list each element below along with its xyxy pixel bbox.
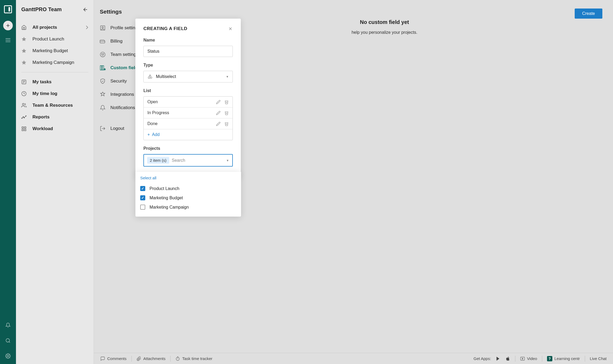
bell-icon[interactable] xyxy=(5,322,11,328)
attachments-button[interactable]: Attachments xyxy=(136,356,165,361)
svg-rect-24 xyxy=(101,26,105,30)
google-play-icon[interactable] xyxy=(496,356,501,361)
add-list-item-button[interactable]: + Add xyxy=(144,129,233,140)
search-icon[interactable] xyxy=(5,338,11,343)
svg-rect-30 xyxy=(100,66,102,70)
sidebar-workload[interactable]: Workload xyxy=(21,123,88,135)
checkbox-checked-icon[interactable] xyxy=(140,186,145,191)
comments-button[interactable]: Comments xyxy=(100,356,127,361)
chevron-right-icon xyxy=(86,25,88,30)
settings-item-label: Notifications xyxy=(110,105,135,110)
live-chat-label: Live Chat xyxy=(590,356,607,361)
task-time-tracker-label: Task time tracker xyxy=(182,356,212,361)
close-icon[interactable] xyxy=(228,26,233,31)
list-item-label: In Progress xyxy=(147,110,169,115)
settings-title: Settings xyxy=(100,9,156,15)
sidebar: GanttPRO Team All projects Product Launc… xyxy=(16,0,94,364)
get-apps-label: Get Apps: xyxy=(474,356,491,361)
sidebar-item-label: My time log xyxy=(32,91,57,96)
svg-point-17 xyxy=(23,117,24,117)
svg-rect-31 xyxy=(102,66,104,70)
svg-point-40 xyxy=(150,77,152,78)
sidebar-all-projects[interactable]: All projects xyxy=(21,22,88,33)
comments-label: Comments xyxy=(107,356,127,361)
svg-rect-20 xyxy=(22,127,24,129)
team-name: GanttPRO Team xyxy=(21,6,62,13)
svg-marker-9 xyxy=(22,60,26,65)
list-item: In Progress xyxy=(144,107,233,118)
bottom-bar: Comments Attachments Task time tracker G… xyxy=(94,353,613,364)
create-field-modal: CREATING A FIELD Name Type Multiselect ▼… xyxy=(135,19,241,176)
dropdown-option[interactable]: Marketing Campaign xyxy=(140,202,236,212)
list-item-label: Done xyxy=(147,121,158,126)
plus-icon: + xyxy=(147,132,150,137)
learning-center-button[interactable]: ? Learning centr xyxy=(547,356,580,361)
chevron-down-icon: ▼ xyxy=(226,159,229,162)
video-button[interactable]: Video xyxy=(520,356,537,361)
sidebar-team-resources[interactable]: Team & Resources xyxy=(21,100,88,111)
sidebar-item-label: All projects xyxy=(32,25,57,30)
edit-icon[interactable] xyxy=(216,100,221,104)
edit-icon[interactable] xyxy=(216,111,221,115)
sidebar-item-label: Workload xyxy=(32,126,53,131)
separator xyxy=(542,356,542,362)
list-item: Done xyxy=(144,118,233,129)
apple-icon[interactable] xyxy=(506,356,510,361)
dropdown-option[interactable]: Marketing Budget xyxy=(140,193,236,202)
list-item: Open xyxy=(144,97,233,107)
svg-point-27 xyxy=(100,52,105,57)
svg-rect-22 xyxy=(22,129,24,131)
separator xyxy=(515,356,515,362)
settings-item-label: Billing xyxy=(110,39,122,44)
select-all-button[interactable]: Select all xyxy=(140,176,236,180)
settings-item-label: Integrations xyxy=(110,92,134,97)
list-box: Open In Progress Done xyxy=(143,96,233,140)
svg-point-29 xyxy=(103,54,104,55)
svg-point-19 xyxy=(26,116,26,117)
create-project-button[interactable]: + xyxy=(3,21,13,30)
svg-marker-8 xyxy=(22,49,26,53)
projects-multiselect[interactable]: 2 item (s) Search ▼ xyxy=(143,154,233,167)
svg-rect-21 xyxy=(24,127,26,129)
sidebar-project-item[interactable]: Product Launch xyxy=(21,33,88,45)
dropdown-option[interactable]: Product Launch xyxy=(140,184,236,193)
sidebar-item-label: Team & Resources xyxy=(32,103,73,108)
app-logo-icon xyxy=(4,5,12,13)
checkbox-checked-icon[interactable] xyxy=(140,195,145,200)
list-item-label: Open xyxy=(147,100,158,104)
edit-icon[interactable] xyxy=(216,122,221,126)
type-select[interactable]: Multiselect ▼ xyxy=(143,71,233,82)
sidebar-my-tasks[interactable]: My tasks xyxy=(21,76,88,88)
trash-icon[interactable] xyxy=(224,111,229,115)
svg-point-25 xyxy=(102,27,103,28)
video-label: Video xyxy=(527,356,537,361)
sidebar-project-item[interactable]: Marketing Budget xyxy=(21,45,88,57)
multiselect-icon xyxy=(147,74,153,79)
svg-line-4 xyxy=(9,342,10,343)
dropdown-option-label: Product Launch xyxy=(150,186,179,191)
trash-icon[interactable] xyxy=(224,100,229,104)
help-icon: ? xyxy=(547,356,552,361)
svg-point-16 xyxy=(22,118,22,119)
sidebar-my-time-log[interactable]: My time log xyxy=(21,88,88,100)
dropdown-option-label: Marketing Campaign xyxy=(150,205,189,210)
checkbox-unchecked-icon[interactable] xyxy=(140,205,145,210)
task-time-tracker-button[interactable]: Task time tracker xyxy=(175,356,212,361)
live-chat-button[interactable]: Live Chat xyxy=(590,356,607,361)
settings-item-label: Security xyxy=(110,78,127,84)
collapse-sidebar-icon[interactable] xyxy=(82,7,88,13)
chevron-down-icon: ▼ xyxy=(226,75,229,78)
svg-point-5 xyxy=(7,355,9,357)
name-input[interactable] xyxy=(143,46,233,57)
sidebar-reports[interactable]: Reports xyxy=(21,111,88,123)
sidebar-item-label: Marketing Budget xyxy=(32,48,68,53)
create-button[interactable]: Create xyxy=(575,9,602,19)
hamburger-icon[interactable] xyxy=(6,38,10,43)
sidebar-project-item[interactable]: Marketing Campaign xyxy=(21,57,88,68)
gear-icon[interactable] xyxy=(5,353,11,359)
svg-point-28 xyxy=(102,54,102,55)
modal-title: CREATING A FIELD xyxy=(143,26,187,31)
attachments-label: Attachments xyxy=(143,356,165,361)
trash-icon[interactable] xyxy=(224,122,229,126)
separator xyxy=(131,356,132,362)
